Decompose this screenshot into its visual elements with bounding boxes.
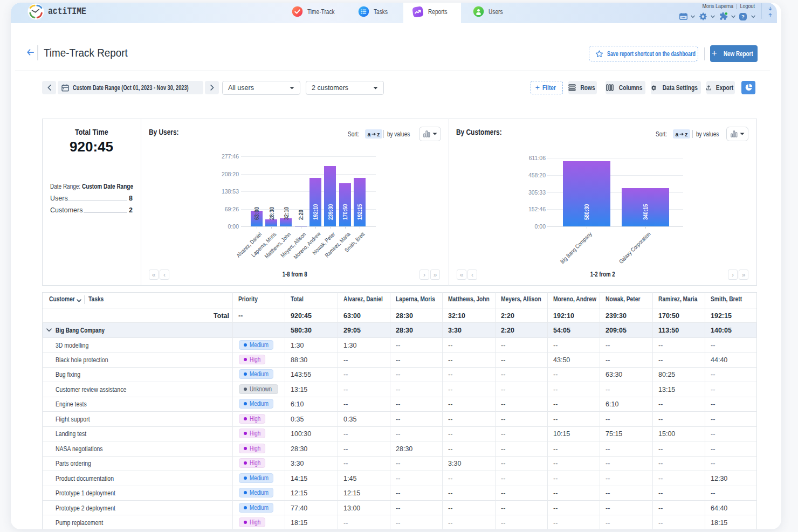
svg-text:?: ?: [741, 13, 745, 19]
